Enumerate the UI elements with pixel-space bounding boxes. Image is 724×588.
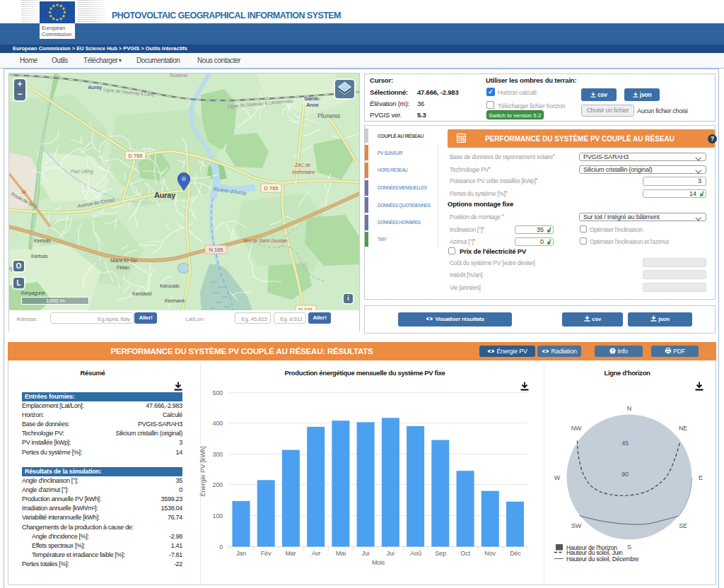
svg-text:Nov: Nov	[484, 550, 496, 557]
svg-text:Jan: Jan	[236, 550, 246, 557]
svg-text:Mar: Mar	[286, 550, 296, 557]
svg-text:?: ?	[612, 348, 614, 353]
svg-text:%: %	[462, 139, 465, 143]
svg-text:Énergie PV [kWh]: Énergie PV [kWh]	[199, 446, 206, 496]
svg-text:90: 90	[621, 471, 629, 478]
svg-text:NE: NE	[679, 425, 687, 432]
svg-text:400: 400	[213, 420, 223, 427]
svg-text:SW: SW	[571, 522, 582, 529]
svg-text:0: 0	[219, 543, 223, 551]
svg-text:Aoû: Aoû	[410, 550, 421, 557]
svg-text:NW: NW	[571, 425, 582, 432]
svg-text:S: S	[627, 543, 631, 551]
svg-text:Jui: Jui	[362, 550, 370, 557]
svg-text:100: 100	[213, 512, 223, 519]
svg-text:Mai: Mai	[336, 550, 346, 557]
svg-text:45: 45	[621, 440, 629, 447]
svg-text:SE: SE	[679, 522, 687, 529]
svg-text:Mois: Mois	[372, 559, 385, 566]
svg-text:Déc: Déc	[510, 550, 521, 557]
svg-text:300: 300	[213, 451, 223, 458]
svg-text:Hauteur du soleil, Décembre: Hauteur du soleil, Décembre	[566, 555, 639, 563]
svg-text:N: N	[627, 405, 631, 412]
svg-text:Sep: Sep	[435, 550, 446, 557]
svg-text:500: 500	[213, 389, 223, 396]
svg-text:E: E	[699, 474, 703, 481]
svg-text:Oct: Oct	[460, 550, 470, 557]
svg-text:Avr: Avr	[312, 550, 321, 557]
svg-text:W: W	[554, 474, 561, 481]
svg-text:Jui: Jui	[387, 550, 395, 557]
svg-text:Fév: Fév	[261, 550, 272, 557]
svg-text:200: 200	[213, 481, 223, 488]
